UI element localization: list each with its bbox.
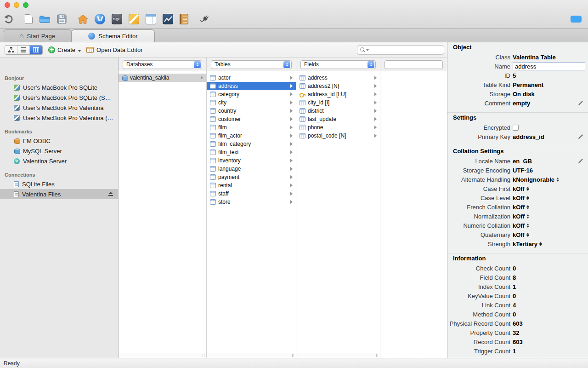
item-actor[interactable]: actor bbox=[207, 74, 296, 82]
popup-arrows-icon[interactable] bbox=[526, 205, 529, 209]
search-scope-caret-icon[interactable] bbox=[366, 49, 369, 52]
popup-arrows-icon[interactable] bbox=[526, 214, 529, 218]
disclosure-arrow-icon bbox=[374, 84, 377, 88]
item-address[interactable]: address bbox=[296, 74, 380, 82]
filter-combo-databases[interactable]: Databases bbox=[123, 60, 202, 69]
valentina-home-button[interactable] bbox=[95, 14, 105, 24]
popup-arrows-icon[interactable] bbox=[526, 196, 529, 200]
property-label: Locale Name bbox=[447, 158, 513, 165]
tree-view-button[interactable] bbox=[5, 46, 17, 54]
property-case-level: Case LevelkOff bbox=[447, 193, 588, 202]
home-button[interactable] bbox=[78, 14, 88, 24]
new-document-button[interactable] bbox=[25, 14, 33, 24]
item-country[interactable]: country bbox=[207, 107, 296, 115]
sidebar-item-valentina-server[interactable]: VValentina Server bbox=[0, 156, 118, 166]
item-valentina-sakila[interactable]: valentina_sakila bbox=[119, 74, 206, 82]
horizontal-scrollbar[interactable] bbox=[296, 353, 380, 358]
inspector-section-object: ObjectClassValentina TableNameID5Table K… bbox=[447, 42, 588, 112]
open-data-editor-button[interactable]: Open Data Editor bbox=[86, 46, 142, 53]
item-language[interactable]: language bbox=[207, 165, 296, 173]
search-field[interactable] bbox=[357, 45, 444, 55]
save-button[interactable] bbox=[57, 14, 67, 24]
columns-browser-button[interactable] bbox=[146, 14, 156, 24]
property-value: 603 bbox=[513, 320, 583, 327]
inspector-section-settings: SettingsEncryptedPrimary Keyaddress_id bbox=[447, 112, 588, 146]
column-browser: Databasesvalentina_sakilaTablesactoraddr… bbox=[119, 58, 447, 358]
property-value: 0 bbox=[513, 311, 583, 318]
item-film[interactable]: film bbox=[207, 123, 296, 132]
popup-arrows-icon[interactable] bbox=[539, 242, 542, 246]
property-label: Comment bbox=[447, 100, 513, 107]
encrypted-checkbox[interactable] bbox=[513, 125, 519, 131]
tab-schema-editor[interactable]: Schema Editor bbox=[71, 29, 155, 42]
feedback-button[interactable] bbox=[571, 16, 582, 23]
horizontal-scrollbar[interactable] bbox=[207, 353, 296, 358]
sidebar-item-user-s-macbook-pro-sqlite[interactable]: User’s MacBook Pro SQLite bbox=[0, 82, 118, 92]
item-staff[interactable]: staff bbox=[207, 190, 296, 198]
item-phone[interactable]: phone bbox=[296, 123, 380, 132]
item-city[interactable]: city bbox=[207, 98, 296, 107]
popup-arrows-icon[interactable] bbox=[526, 224, 529, 228]
inspector-panel: ObjectClassValentina TableNameID5Table K… bbox=[447, 42, 588, 358]
case-first-value: kOff bbox=[513, 185, 525, 192]
columns-view-button[interactable] bbox=[30, 46, 42, 54]
filter-combo-4[interactable] bbox=[384, 60, 443, 69]
item-payment[interactable]: payment bbox=[207, 173, 296, 181]
filter-combo-fields[interactable]: Fields bbox=[300, 60, 376, 69]
list-view-button[interactable] bbox=[17, 46, 30, 54]
item-film-actor[interactable]: film_actor bbox=[207, 132, 296, 140]
report-button[interactable] bbox=[180, 14, 188, 24]
property-label: Table Kind bbox=[447, 81, 513, 88]
item-inventory[interactable]: inventory bbox=[207, 156, 296, 165]
undo-button[interactable] bbox=[4, 15, 14, 24]
table-icon bbox=[210, 141, 216, 147]
search-input[interactable] bbox=[370, 46, 441, 53]
filter-combo-tables[interactable]: Tables bbox=[211, 60, 292, 69]
item-address[interactable]: address bbox=[207, 82, 296, 90]
item-customer[interactable]: customer bbox=[207, 115, 296, 123]
name-input[interactable] bbox=[513, 62, 585, 70]
item-postal-code-n[interactable]: postal_code [N] bbox=[296, 132, 380, 140]
minimize-button[interactable] bbox=[14, 2, 19, 8]
diagram-button[interactable] bbox=[129, 14, 139, 24]
sidebar-item-user-s-macbook-pro-sqlite-ssl[interactable]: User’s MacBook Pro SQLite (SSL) bbox=[0, 92, 118, 103]
item-district[interactable]: district bbox=[296, 107, 380, 115]
table-icon bbox=[210, 183, 216, 188]
item-address-id-i-u[interactable]: address_id [I:U] bbox=[296, 90, 380, 98]
sidebar-item-mysql-server[interactable]: MySQL Server bbox=[0, 146, 118, 156]
eject-icon[interactable] bbox=[108, 192, 113, 196]
sidebar-item-sqlite-files[interactable]: SQLite Files bbox=[0, 179, 118, 189]
item-city-id-i[interactable]: city_id [I] bbox=[296, 98, 380, 107]
edit-icon[interactable] bbox=[578, 134, 583, 139]
open-button[interactable] bbox=[39, 15, 51, 23]
item-store[interactable]: store bbox=[207, 198, 296, 206]
table-icon bbox=[210, 83, 216, 89]
item-rental[interactable]: rental bbox=[207, 181, 296, 190]
sidebar-item-user-s-macbook-pro-valentina-s[interactable]: User’s MacBook Pro Valentina (S… bbox=[0, 113, 118, 123]
edit-icon[interactable] bbox=[578, 158, 583, 164]
section-title: Settings bbox=[447, 113, 588, 123]
titlebar[interactable] bbox=[0, 0, 588, 10]
charts-button[interactable] bbox=[163, 14, 173, 24]
popup-arrows-icon[interactable] bbox=[526, 233, 529, 237]
table-icon bbox=[210, 191, 216, 196]
item-category[interactable]: category bbox=[207, 90, 296, 98]
sidebar-item-fm-odbc[interactable]: FM ODBC bbox=[0, 136, 118, 146]
horizontal-scrollbar[interactable] bbox=[119, 353, 206, 358]
item-last-update[interactable]: last_update bbox=[296, 115, 380, 123]
sql-editor-button[interactable]: SQL bbox=[112, 14, 122, 24]
item-film-category[interactable]: film_category bbox=[207, 140, 296, 148]
popup-arrows-icon[interactable] bbox=[526, 187, 529, 191]
item-label: postal_code [N] bbox=[308, 132, 372, 139]
item-film-text[interactable]: film_text bbox=[207, 148, 296, 156]
tab-start-page[interactable]: Start Page bbox=[3, 29, 72, 42]
zoom-button[interactable] bbox=[23, 2, 28, 8]
sidebar-item-user-s-macbook-pro-valentina[interactable]: User’s MacBook Pro Valentina bbox=[0, 103, 118, 113]
sidebar-item-valentina-files[interactable]: Valentina Files bbox=[0, 189, 118, 199]
item-address2-n[interactable]: address2 [N] bbox=[296, 82, 380, 90]
popup-arrows-icon[interactable] bbox=[556, 178, 559, 182]
edit-icon[interactable] bbox=[578, 100, 583, 106]
create-button[interactable]: Create bbox=[48, 46, 81, 53]
close-button[interactable] bbox=[5, 2, 10, 8]
connection-button[interactable] bbox=[199, 14, 210, 24]
